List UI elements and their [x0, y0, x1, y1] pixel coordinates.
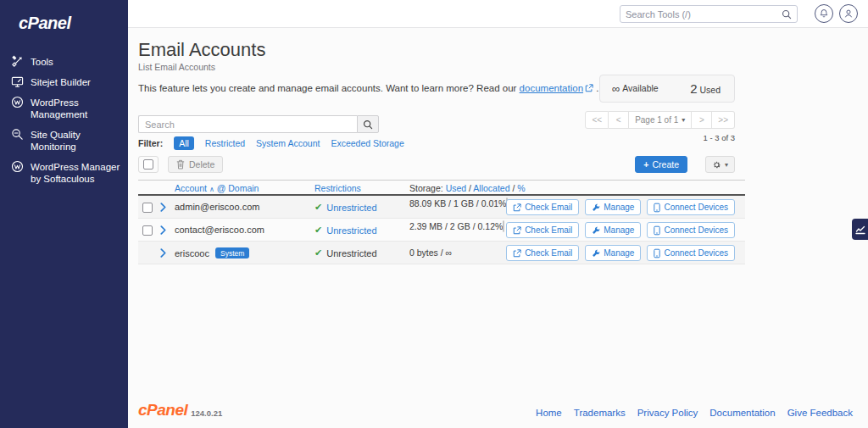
caret-down-icon: ▾ — [682, 116, 685, 124]
footer-link-give-feedback[interactable]: Give Feedback — [787, 408, 853, 418]
manage-button[interactable]: Manage — [585, 222, 641, 238]
wrench-icon — [592, 203, 600, 212]
table-row: contact@eriscoo.com ✔Unrestricted 2.39 M… — [138, 219, 745, 242]
check-icon: ✔ — [314, 247, 322, 258]
page-next-button[interactable]: > — [692, 111, 712, 129]
sort-restrictions[interactable]: Restrictions — [314, 183, 361, 193]
chevron-right-icon[interactable] — [160, 225, 166, 235]
wordpress-icon — [11, 160, 24, 173]
notifications-button[interactable] — [815, 4, 833, 23]
restriction-link[interactable]: Unrestricted — [326, 225, 376, 236]
manage-button[interactable]: Manage — [585, 199, 641, 215]
row-checkbox[interactable] — [142, 225, 153, 236]
storage-value: 2.39 MB / 2 GB / 0.12% — [409, 221, 503, 231]
search-icon — [363, 120, 373, 130]
footer-link-privacy-policy[interactable]: Privacy Policy — [637, 408, 698, 418]
sort-account[interactable]: Account — [175, 183, 207, 193]
connect-devices-button[interactable]: Connect Devices — [647, 222, 735, 238]
restriction-link[interactable]: Unrestricted — [326, 203, 376, 213]
row-checkbox[interactable] — [142, 203, 153, 213]
sort-storage-percent[interactable]: % — [517, 183, 525, 193]
connect-devices-button[interactable]: Connect Devices — [647, 199, 735, 215]
external-link-icon — [513, 226, 521, 235]
tools-icon — [11, 55, 24, 68]
delete-button[interactable]: Delete — [168, 156, 223, 173]
mobile-device-icon — [654, 248, 660, 258]
available-label: Available — [622, 83, 658, 93]
sidebar-item-label: Tools — [31, 56, 53, 68]
sort-storage-allocated[interactable]: Allocated — [473, 183, 509, 193]
filter-exceeded-storage[interactable]: Exceeded Storage — [331, 138, 403, 148]
storage-progress-bar — [503, 220, 504, 232]
account-search-input[interactable] — [138, 115, 357, 133]
account-name: contact@eriscoo.com — [175, 225, 264, 235]
analytics-panel-tab[interactable] — [852, 219, 868, 240]
plus-icon: + — [643, 159, 648, 170]
sidebar-item-label: WordPress Manager by Softaculous — [31, 161, 121, 185]
table-row: admin@eriscoo.com ✔Unrestricted 88.09 KB… — [138, 196, 745, 219]
check-icon: ✔ — [314, 225, 322, 236]
quota-box: ∞Available 2Used — [599, 75, 735, 103]
check-email-button[interactable]: Check Email — [506, 245, 579, 261]
check-email-button[interactable]: Check Email — [506, 199, 579, 215]
mobile-device-icon — [654, 225, 660, 236]
sidebar-item-wordpress-manager-softaculous[interactable]: WordPress Manager by Softaculous — [0, 157, 128, 189]
storage-header-label: Storage: — [409, 183, 443, 193]
gear-icon — [712, 160, 721, 170]
topbar — [128, 0, 868, 28]
chevron-right-icon[interactable] — [160, 203, 166, 212]
external-link-icon — [513, 203, 521, 212]
select-all-checkbox[interactable] — [143, 159, 153, 170]
chart-icon — [855, 225, 865, 235]
footer-link-trademarks[interactable]: Trademarks — [574, 408, 626, 418]
tools-search — [620, 5, 798, 23]
monitor-icon — [11, 75, 24, 88]
manage-button[interactable]: Manage — [585, 245, 641, 261]
filter-system-account[interactable]: System Account — [256, 138, 320, 148]
page-select[interactable]: Page 1 of 1▾ — [629, 111, 692, 129]
page-first-button[interactable]: << — [585, 111, 609, 129]
sidebar-item-sitejet-builder[interactable]: Sitejet Builder — [0, 72, 128, 92]
settings-dropdown-button[interactable]: ▾ — [705, 156, 735, 173]
footer-link-documentation[interactable]: Documentation — [709, 408, 775, 418]
used-count: 2 — [690, 81, 697, 96]
tools-search-input[interactable] — [620, 9, 782, 19]
mobile-device-icon — [654, 203, 660, 213]
page-subtitle: List Email Accounts — [138, 62, 745, 72]
account-search-button[interactable] — [357, 115, 379, 133]
sort-domain[interactable]: @ Domain — [217, 183, 259, 193]
filter-restricted[interactable]: Restricted — [205, 138, 245, 148]
sidebar-item-tools[interactable]: Tools — [0, 52, 128, 72]
sort-storage-used[interactable]: Used — [446, 183, 467, 193]
create-button[interactable]: + Create — [635, 156, 687, 173]
sidebar-item-site-quality-monitoring[interactable]: Site Quality Monitoring — [0, 125, 128, 157]
footer-link-home[interactable]: Home — [536, 408, 562, 418]
magnifier-icon — [11, 128, 24, 141]
filter-label: Filter: — [138, 138, 163, 148]
caret-down-icon: ▾ — [725, 161, 728, 169]
sidebar-item-wordpress-management[interactable]: WordPress Management — [0, 92, 128, 125]
chevron-right-icon[interactable] — [160, 248, 166, 258]
restriction-text: Unrestricted — [326, 248, 376, 258]
user-menu-button[interactable] — [839, 4, 858, 23]
filter-all[interactable]: All — [174, 136, 194, 150]
wrench-icon — [592, 226, 600, 235]
used-label: Used — [699, 85, 721, 95]
infinity-icon: ∞ — [612, 82, 620, 95]
batch-actions: Delete + Create ▾ — [138, 156, 745, 173]
page-prev-button[interactable]: < — [609, 111, 629, 129]
trash-icon — [176, 159, 185, 170]
select-all-button[interactable] — [138, 156, 159, 173]
user-icon — [843, 8, 854, 19]
check-icon: ✔ — [314, 202, 322, 213]
wordpress-icon — [11, 96, 24, 108]
documentation-link[interactable]: documentation — [520, 83, 583, 93]
page-last-button[interactable]: >> — [712, 111, 735, 129]
table-header: Account ∧ @ Domain Restrictions Storage:… — [138, 180, 745, 196]
sidebar-item-label: Site Quality Monitoring — [31, 129, 121, 153]
footer: cPanel 124.0.21 Home Trademarks Privacy … — [128, 403, 868, 418]
result-range: 1 - 3 of 3 — [704, 133, 736, 142]
connect-devices-button[interactable]: Connect Devices — [647, 245, 735, 261]
check-email-button[interactable]: Check Email — [506, 222, 579, 238]
footer-cpanel-logo: cPanel — [138, 403, 187, 418]
